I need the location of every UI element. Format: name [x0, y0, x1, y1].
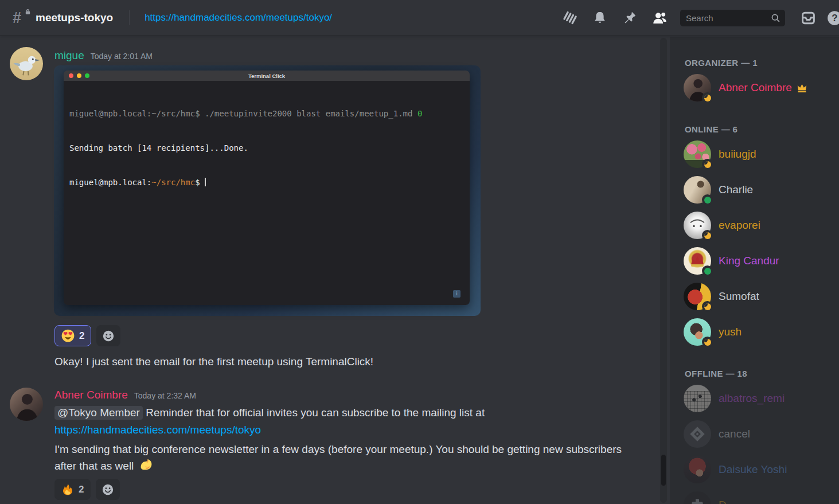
terminal-window: Terminal Click miguel@mpb.local:~/src/hm… — [64, 71, 470, 305]
member-list-sidebar: ORGANIZER — 1 Abner Coimbre ONLINE — 6 b… — [670, 37, 839, 504]
avatar — [684, 420, 711, 448]
help-glyph: ? — [832, 13, 837, 24]
threads-icon[interactable] — [555, 8, 585, 28]
timestamp: Today at 2:01 AM — [91, 52, 153, 61]
channel-name: meetups-tokyo — [36, 11, 113, 24]
fire-emoji-icon — [61, 483, 74, 496]
terminal-cursor — [205, 178, 206, 186]
header-divider — [129, 10, 130, 25]
help-icon[interactable]: ? — [823, 8, 839, 28]
role-mention[interactable]: @Tokyo Member — [54, 406, 143, 420]
add-reaction-button[interactable] — [96, 479, 120, 500]
terminal-output-line: Sending batch [14 recipients]...Done. — [69, 142, 464, 154]
message-text: @Tokyo Member Reminder that for official… — [54, 404, 485, 421]
status-idle-icon — [702, 92, 713, 103]
reaction-count: 2 — [79, 330, 84, 342]
chat-scrollbar-thumb[interactable] — [661, 455, 666, 486]
owner-crown-icon — [797, 83, 807, 93]
reactions-row: 2 — [54, 479, 120, 500]
terminal-info-badge: i — [453, 290, 461, 298]
avatar — [684, 491, 711, 504]
message-header: Abner Coimbre Today at 2:32 AM — [54, 389, 196, 401]
notifications-bell-icon[interactable] — [585, 8, 615, 28]
chat-scrollbar-track — [660, 38, 667, 503]
channel-header: # meetups-tokyo https://handmadecities.c… — [0, 0, 839, 36]
member-row-cancel[interactable]: cancel — [677, 418, 833, 450]
terminal-body: miguel@mpb.local:~/src/hmc$ ./meetupinvi… — [64, 81, 470, 305]
status-idle-icon — [702, 230, 713, 241]
section-header-offline: OFFLINE — 18 — [685, 369, 747, 378]
status-idle-icon — [702, 301, 713, 312]
avatar — [684, 212, 711, 239]
reactions-row: 2 — [54, 325, 120, 346]
avatar — [684, 140, 711, 168]
member-row-partial[interactable]: D — [677, 489, 833, 504]
avatar — [684, 283, 711, 310]
member-list-icon[interactable] — [645, 8, 674, 28]
terminal-exit-status: 0 — [417, 109, 422, 118]
avatar — [684, 247, 711, 275]
terminal-history-line: miguel@mpb.local:~/src/hmc$ ./meetupinvi… — [69, 108, 464, 119]
channel-topic-link[interactable]: https://handmadecities.com/meetups/tokyo… — [145, 12, 332, 24]
terminal-titlebar: Terminal Click — [64, 71, 470, 81]
status-idle-icon — [702, 337, 713, 347]
member-row-king-candur[interactable]: King Candur — [677, 245, 833, 277]
message-link[interactable]: https://handmadecities.com/meetups/tokyo — [54, 424, 261, 436]
avatar — [684, 385, 711, 412]
message-text: Okay! I just sent the email for the firs… — [54, 353, 373, 370]
section-header-organizer: ORGANIZER — 1 — [685, 58, 758, 68]
flexed-biceps-emoji-icon — [139, 458, 154, 473]
member-row-sumofat[interactable]: Sumofat — [677, 280, 833, 312]
search-box[interactable] — [680, 10, 785, 26]
add-reaction-smiley-icon — [102, 483, 114, 496]
reaction-heart-eyes[interactable]: 2 — [54, 325, 91, 346]
inbox-icon[interactable] — [793, 8, 823, 28]
lock-icon — [25, 9, 31, 15]
add-reaction-smiley-icon — [102, 330, 115, 342]
search-icon — [771, 13, 781, 23]
status-online-icon — [702, 265, 713, 276]
heart-eyes-emoji-icon — [61, 329, 75, 342]
avatar-abner-coimbre[interactable] — [10, 388, 43, 421]
channel-hash-lock-icon: # — [13, 9, 30, 27]
message-text: I'm sending that big conference newslett… — [54, 441, 622, 474]
username-abner-coimbre[interactable]: Abner Coimbre — [54, 389, 128, 401]
member-row-buiiugjd[interactable]: buiiugjd — [677, 138, 833, 170]
add-reaction-button[interactable] — [96, 325, 120, 346]
section-header-online: ONLINE — 6 — [685, 124, 737, 134]
person-avatar-art — [10, 388, 43, 421]
member-row-albatros-remi[interactable]: albatros_remi — [677, 382, 833, 415]
status-online-icon — [702, 194, 713, 205]
avatar — [684, 456, 711, 483]
reaction-fire[interactable]: 2 — [54, 479, 91, 500]
member-row-daisuke-yoshi[interactable]: Daisuke Yoshi — [677, 454, 833, 486]
terminal-window-title: Terminal Click — [64, 73, 470, 79]
status-idle-icon — [702, 159, 713, 170]
discord-app: # meetups-tokyo https://handmadecities.c… — [0, 0, 839, 504]
member-row-abner-coimbre[interactable]: Abner Coimbre — [677, 72, 833, 104]
avatar — [684, 176, 711, 204]
search-input[interactable] — [685, 13, 771, 24]
avatar-migue[interactable] — [10, 47, 43, 80]
pinned-messages-icon[interactable] — [615, 8, 645, 28]
bird-avatar-art — [10, 47, 43, 80]
terminal-prompt-line: miguel@mpb.local:~/src/hmc$ — [69, 177, 464, 188]
message-attachment-terminal-screenshot[interactable]: Terminal Click miguel@mpb.local:~/src/hm… — [54, 65, 481, 316]
timestamp: Today at 2:32 AM — [134, 391, 196, 400]
member-row-evaporei[interactable]: evaporei — [677, 209, 833, 241]
username-migue[interactable]: migue — [54, 49, 84, 62]
message-header: migue Today at 2:01 AM — [54, 49, 153, 62]
avatar — [684, 74, 711, 101]
message-link-line: https://handmadecities.com/meetups/tokyo — [54, 421, 261, 438]
member-row-yush[interactable]: yush — [677, 316, 833, 348]
member-row-charlie[interactable]: Charlie — [677, 174, 833, 206]
message-list: migue Today at 2:01 AM Terminal Click mi… — [0, 37, 670, 504]
reaction-count: 2 — [79, 484, 84, 495]
avatar — [684, 318, 711, 346]
